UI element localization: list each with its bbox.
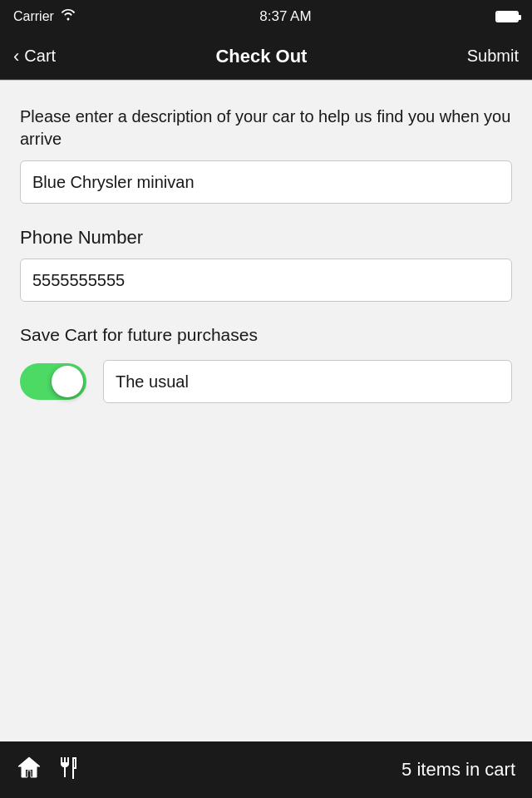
home-icon[interactable]: [17, 756, 42, 785]
status-bar-left: Carrier: [13, 9, 76, 24]
back-button[interactable]: ‹ Cart: [13, 46, 56, 67]
tab-bar: 5 items in cart: [0, 741, 532, 798]
car-description-input[interactable]: [20, 160, 512, 204]
car-description-label: Please enter a description of your car t…: [20, 106, 512, 150]
carrier-label: Carrier: [13, 9, 54, 24]
nav-bar: ‹ Cart Check Out Submit: [0, 33, 532, 80]
page-title: Check Out: [215, 46, 307, 67]
restaurant-icon[interactable]: [58, 756, 78, 785]
tab-icons: [17, 756, 78, 785]
status-bar: Carrier 8:37 AM: [0, 0, 532, 33]
save-cart-toggle[interactable]: [20, 363, 86, 400]
save-cart-row: [20, 360, 512, 403]
submit-button[interactable]: Submit: [467, 47, 519, 66]
status-bar-time: 8:37 AM: [259, 8, 311, 25]
wifi-icon: [61, 9, 76, 24]
phone-number-input[interactable]: [20, 259, 512, 302]
cart-count-label: 5 items in cart: [401, 759, 515, 781]
toggle-thumb: [52, 366, 83, 397]
back-label: Cart: [24, 47, 56, 66]
toggle-track[interactable]: [20, 363, 86, 400]
save-cart-label: Save Cart for future purchases: [20, 325, 512, 345]
status-bar-right: [495, 11, 519, 22]
main-content: Please enter a description of your car t…: [0, 81, 532, 420]
cart-name-input[interactable]: [103, 360, 512, 403]
back-chevron-icon: ‹: [13, 46, 19, 67]
battery-icon: [495, 11, 519, 22]
phone-number-label: Phone Number: [20, 227, 512, 249]
